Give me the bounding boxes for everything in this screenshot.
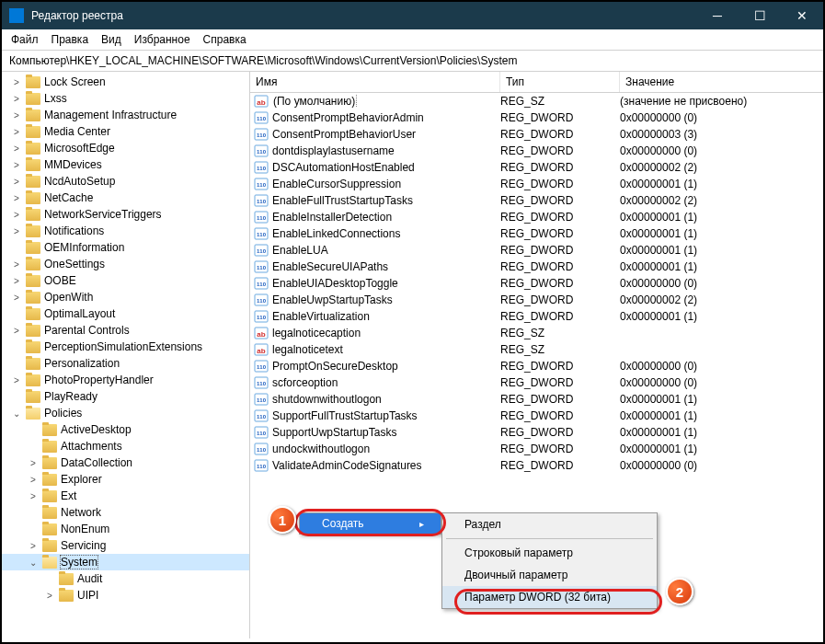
tree-item[interactable]: Personalization: [2, 355, 249, 372]
value-row[interactable]: 110SupportUwpStartupTasksREG_DWORD0x0000…: [250, 424, 823, 441]
svg-text:ab: ab: [257, 98, 265, 107]
value-row[interactable]: 110EnableInstallerDetectionREG_DWORD0x00…: [250, 209, 823, 225]
binary-value-icon: 110: [254, 144, 269, 158]
context-item-dword32[interactable]: Параметр DWORD (32 бита): [442, 586, 657, 608]
svg-text:110: 110: [257, 298, 267, 304]
context-item-section[interactable]: Раздел: [442, 513, 657, 535]
binary-value-icon: 110: [254, 425, 269, 440]
svg-text:110: 110: [257, 464, 267, 469]
tree-item[interactable]: >OOBE: [2, 272, 249, 289]
binary-value-icon: 110: [254, 177, 269, 191]
value-row[interactable]: 110EnableSecureUIAPathsREG_DWORD0x000000…: [250, 259, 823, 275]
tree-item[interactable]: ⌄Policies: [2, 405, 249, 421]
value-row[interactable]: 110PromptOnSecureDesktopREG_DWORD0x00000…: [250, 358, 823, 374]
address-bar[interactable]: Компьютер\HKEY_LOCAL_MACHINE\SOFTWARE\Mi…: [2, 51, 823, 72]
svg-text:110: 110: [257, 414, 267, 420]
binary-value-icon: 110: [254, 392, 269, 407]
tree-item[interactable]: >Explorer: [2, 471, 249, 488]
tree-item[interactable]: Attachments: [2, 438, 249, 454]
svg-text:110: 110: [257, 149, 267, 155]
tree-item[interactable]: >Lock Screen: [2, 74, 249, 90]
value-row[interactable]: 110ValidateAdminCodeSignaturesREG_DWORD0…: [250, 457, 823, 474]
svg-text:ab: ab: [257, 330, 265, 339]
window-title: Редактор реестра: [31, 9, 696, 22]
tree-item[interactable]: >Notifications: [2, 223, 249, 239]
binary-value-icon: 110: [254, 127, 269, 142]
binary-value-icon: 110: [254, 210, 269, 224]
tree-item[interactable]: >PhotoPropertyHandler: [2, 372, 249, 388]
value-row[interactable]: 110EnableCursorSuppressionREG_DWORD0x000…: [250, 176, 823, 192]
value-row[interactable]: 110EnableLUAREG_DWORD0x00000001 (1): [250, 242, 823, 259]
svg-text:ab: ab: [257, 347, 265, 355]
col-name[interactable]: Имя: [250, 72, 500, 92]
string-value-icon: ab: [254, 326, 269, 340]
tree-item[interactable]: >NetworkServiceTriggers: [2, 206, 249, 223]
svg-text:110: 110: [257, 265, 267, 270]
annotation-badge-1: 1: [269, 506, 296, 534]
tree-item[interactable]: >Management Infrastructure: [2, 107, 249, 123]
svg-text:110: 110: [257, 182, 267, 188]
tree-item[interactable]: NonEnum: [2, 521, 249, 537]
tree-item[interactable]: >Media Center: [2, 123, 249, 140]
tree-item[interactable]: >Servicing: [2, 537, 249, 554]
context-item-binary[interactable]: Двоичный параметр: [442, 564, 657, 586]
tree-item[interactable]: >NcdAutoSetup: [2, 173, 249, 190]
minimize-button[interactable]: ─: [696, 2, 739, 29]
value-row[interactable]: 110shutdownwithoutlogonREG_DWORD0x000000…: [250, 391, 823, 408]
binary-value-icon: 110: [254, 458, 269, 473]
value-row[interactable]: 110EnableFullTrustStartupTasksREG_DWORD0…: [250, 192, 823, 209]
context-menu-new[interactable]: Раздел Строковый параметр Двоичный парам…: [441, 512, 658, 609]
value-row[interactable]: 110scforceoptionREG_DWORD0x00000000 (0): [250, 374, 823, 391]
tree-item[interactable]: >OpenWith: [2, 289, 249, 305]
binary-value-icon: 110: [254, 293, 269, 307]
tree-item[interactable]: PlayReady: [2, 388, 249, 405]
col-type[interactable]: Тип: [500, 72, 620, 92]
value-row[interactable]: ablegalnoticecaptionREG_SZ: [250, 325, 823, 341]
value-row[interactable]: ab(По умолчанию)REG_SZ(значение не присв…: [250, 93, 823, 109]
value-row[interactable]: 110undockwithoutlogonREG_DWORD0x00000001…: [250, 441, 823, 457]
menu-view[interactable]: Вид: [101, 33, 121, 46]
value-row[interactable]: 110ConsentPromptBehaviorUserREG_DWORD0x0…: [250, 126, 823, 143]
value-row[interactable]: 110EnableVirtualizationREG_DWORD0x000000…: [250, 308, 823, 325]
binary-value-icon: 110: [254, 442, 269, 456]
tree-item[interactable]: >Ext: [2, 488, 249, 504]
tree-item[interactable]: >MMDevices: [2, 156, 249, 173]
value-row[interactable]: ablegalnoticetextREG_SZ: [250, 341, 823, 358]
tree-item[interactable]: PerceptionSimulationExtensions: [2, 339, 249, 355]
binary-value-icon: 110: [254, 375, 269, 390]
tree-item[interactable]: >OneSettings: [2, 256, 249, 272]
svg-text:110: 110: [257, 116, 267, 121]
context-item-string[interactable]: Строковый параметр: [442, 542, 657, 564]
maximize-button[interactable]: ☐: [739, 2, 781, 29]
menu-help[interactable]: Справка: [203, 33, 246, 46]
value-row[interactable]: 110DSCAutomationHostEnabledREG_DWORD0x00…: [250, 159, 823, 176]
svg-text:110: 110: [257, 199, 267, 204]
context-item-create[interactable]: Создать: [300, 513, 441, 534]
tree-item[interactable]: >UIPI: [2, 587, 249, 604]
value-row[interactable]: 110dontdisplaylastusernameREG_DWORD0x000…: [250, 143, 823, 159]
value-row[interactable]: 110EnableUwpStartupTasksREG_DWORD0x00000…: [250, 292, 823, 308]
tree-item[interactable]: ActiveDesktop: [2, 421, 249, 438]
tree-item[interactable]: Audit: [2, 570, 249, 587]
menu-file[interactable]: Файл: [11, 33, 39, 46]
tree-item[interactable]: >Lxss: [2, 90, 249, 107]
value-row[interactable]: 110EnableLinkedConnectionsREG_DWORD0x000…: [250, 225, 823, 242]
tree-item[interactable]: OEMInformation: [2, 239, 249, 256]
menu-favorites[interactable]: Избранное: [134, 33, 190, 46]
tree-item[interactable]: ⌄System: [2, 554, 249, 570]
tree-item[interactable]: >Parental Controls: [2, 322, 249, 339]
value-row[interactable]: 110SupportFullTrustStartupTasksREG_DWORD…: [250, 408, 823, 424]
close-button[interactable]: ✕: [781, 2, 823, 29]
menu-edit[interactable]: Правка: [52, 33, 89, 46]
tree-item[interactable]: >NetCache: [2, 190, 249, 206]
tree-item[interactable]: OptimalLayout: [2, 305, 249, 322]
context-menu-primary[interactable]: Создать: [299, 512, 441, 535]
tree-panel[interactable]: >Lock Screen>Lxss>Management Infrastruct…: [2, 72, 250, 638]
tree-item[interactable]: >DataCollection: [2, 454, 249, 471]
col-value[interactable]: Значение: [620, 72, 823, 92]
value-row[interactable]: 110ConsentPromptBehaviorAdminREG_DWORD0x…: [250, 109, 823, 126]
tree-item[interactable]: Network: [2, 504, 249, 521]
value-row[interactable]: 110EnableUIADesktopToggleREG_DWORD0x0000…: [250, 275, 823, 292]
tree-item[interactable]: >MicrosoftEdge: [2, 140, 249, 156]
svg-text:110: 110: [257, 132, 267, 138]
